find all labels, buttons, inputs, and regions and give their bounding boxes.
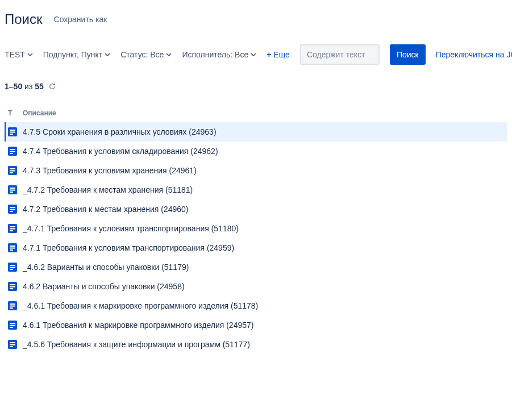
- issue-type-icon: [8, 243, 23, 252]
- svg-rect-33: [10, 284, 15, 285]
- filter-assignee-label: Исполнитель: Все: [182, 50, 248, 59]
- svg-rect-9: [10, 168, 15, 169]
- issue-type-icon: [8, 263, 23, 272]
- filter-project-label: TEST: [5, 50, 25, 59]
- row-description: 4.7.2 Требования к местам хранения (2496…: [23, 205, 188, 214]
- table-row[interactable]: 4.7.4 Требования к условиям складировани…: [5, 142, 507, 161]
- svg-rect-31: [10, 269, 13, 270]
- svg-rect-41: [10, 323, 15, 324]
- table-row[interactable]: 4.7.5 Сроки хранения в различных условия…: [5, 122, 507, 142]
- svg-rect-42: [10, 325, 15, 326]
- row-description: 4.7.1 Требования к условиям транспортиро…: [23, 243, 234, 252]
- svg-rect-6: [10, 151, 15, 152]
- save-as-link[interactable]: Сохранить как: [54, 15, 107, 24]
- svg-rect-27: [10, 249, 13, 251]
- svg-rect-37: [10, 303, 15, 305]
- row-description: _4.5.6 Требования к защите информации и …: [23, 340, 250, 349]
- issue-type-icon: [8, 321, 23, 330]
- issue-type-icon: [8, 205, 23, 214]
- svg-rect-25: [10, 246, 15, 247]
- row-description: _4.6.1 Требования к маркировке программн…: [23, 301, 258, 310]
- svg-rect-2: [10, 132, 15, 133]
- svg-rect-15: [10, 192, 13, 193]
- chevron-down-icon: [251, 50, 256, 59]
- svg-rect-19: [10, 211, 13, 212]
- switch-to-jql-link[interactable]: Переключиться на JQL: [436, 50, 512, 59]
- row-description: 4.7.4 Требования к условиям складировани…: [23, 147, 218, 156]
- row-description: 4.7.5 Сроки хранения в различных условия…: [23, 127, 217, 136]
- svg-rect-39: [10, 307, 13, 309]
- chevron-down-icon: [166, 50, 172, 59]
- row-description: _4.7.1 Требования к условиям транспортир…: [23, 224, 239, 233]
- svg-rect-17: [10, 207, 15, 208]
- svg-rect-13: [10, 188, 15, 189]
- row-description: _4.6.2 Варианты и способы упаковки (5117…: [23, 263, 189, 272]
- svg-rect-38: [10, 306, 15, 307]
- count-total: 55: [35, 82, 44, 91]
- issue-type-icon: [8, 185, 23, 194]
- count-from: 1: [5, 82, 9, 91]
- issue-type-icon: [8, 340, 23, 349]
- svg-rect-11: [10, 172, 13, 173]
- issue-type-icon: [8, 166, 23, 175]
- count-of-word: из: [24, 82, 32, 91]
- table-row[interactable]: 4.6.1 Требования к маркировке программно…: [5, 315, 507, 335]
- svg-rect-30: [10, 267, 15, 268]
- svg-rect-35: [10, 288, 13, 289]
- more-filters-button[interactable]: + Еще: [267, 50, 290, 59]
- plus-icon: +: [267, 50, 271, 59]
- svg-rect-18: [10, 209, 15, 210]
- issue-type-icon: [8, 224, 23, 233]
- svg-rect-22: [10, 228, 15, 230]
- row-description: _4.7.2 Требования к местам хранения (511…: [23, 185, 193, 194]
- result-count: 1–50 из 55: [5, 82, 507, 91]
- column-header-description[interactable]: Описание: [23, 109, 504, 117]
- filter-status[interactable]: Статус: Все: [120, 50, 172, 59]
- svg-rect-1: [10, 130, 15, 131]
- filter-project[interactable]: TEST: [5, 50, 33, 59]
- svg-rect-3: [10, 134, 13, 135]
- issue-type-icon: [8, 127, 23, 136]
- table-row[interactable]: 4.7.1 Требования к условиям транспортиро…: [5, 238, 507, 257]
- row-description: 4.6.1 Требования к маркировке программно…: [23, 321, 253, 330]
- svg-rect-29: [10, 265, 15, 266]
- table-header: Т Описание: [5, 105, 507, 122]
- svg-rect-5: [10, 149, 15, 150]
- svg-rect-14: [10, 190, 15, 191]
- svg-rect-23: [10, 230, 13, 231]
- filter-status-label: Статус: Все: [120, 50, 164, 59]
- row-description: 4.7.3 Требования к условиям хранения (24…: [23, 166, 197, 175]
- svg-rect-7: [10, 153, 13, 154]
- svg-rect-26: [10, 248, 15, 249]
- row-description: 4.6.2 Варианты и способы упаковки (24958…: [23, 282, 185, 291]
- count-to: 50: [14, 82, 23, 91]
- filter-type-label: Подпункт, Пункт: [43, 50, 102, 59]
- table-row[interactable]: _4.6.1 Требования к маркировке программн…: [5, 296, 507, 315]
- chevron-down-icon: [27, 50, 33, 59]
- filter-type[interactable]: Подпункт, Пункт: [43, 50, 110, 59]
- table-row[interactable]: _4.7.1 Требования к условиям транспортир…: [5, 219, 507, 238]
- more-filters-label: Еще: [273, 50, 290, 59]
- svg-rect-34: [10, 286, 15, 288]
- table-row[interactable]: 4.7.3 Требования к условиям хранения (24…: [5, 161, 507, 180]
- search-button[interactable]: Поиск: [390, 44, 426, 65]
- svg-rect-43: [10, 327, 13, 328]
- svg-rect-47: [10, 346, 13, 347]
- filter-assignee[interactable]: Исполнитель: Все: [182, 50, 256, 59]
- table-row[interactable]: _4.5.6 Требования к защите информации и …: [5, 335, 507, 354]
- issue-type-icon: [8, 301, 23, 310]
- svg-rect-45: [10, 342, 15, 343]
- page-title: Поиск: [5, 11, 43, 27]
- svg-rect-10: [10, 171, 15, 172]
- svg-rect-21: [10, 226, 15, 227]
- svg-rect-46: [10, 344, 15, 346]
- issue-type-icon: [8, 147, 23, 156]
- column-header-type[interactable]: Т: [8, 109, 23, 117]
- table-row[interactable]: _4.6.2 Варианты и способы упаковки (5117…: [5, 257, 507, 277]
- table-row[interactable]: 4.7.2 Требования к местам хранения (2496…: [5, 199, 507, 219]
- refresh-icon[interactable]: [48, 82, 56, 90]
- table-row[interactable]: _4.7.2 Требования к местам хранения (511…: [5, 180, 507, 199]
- search-input[interactable]: [300, 44, 380, 65]
- table-row[interactable]: 4.6.2 Варианты и способы упаковки (24958…: [5, 277, 507, 296]
- issue-type-icon: [8, 282, 23, 291]
